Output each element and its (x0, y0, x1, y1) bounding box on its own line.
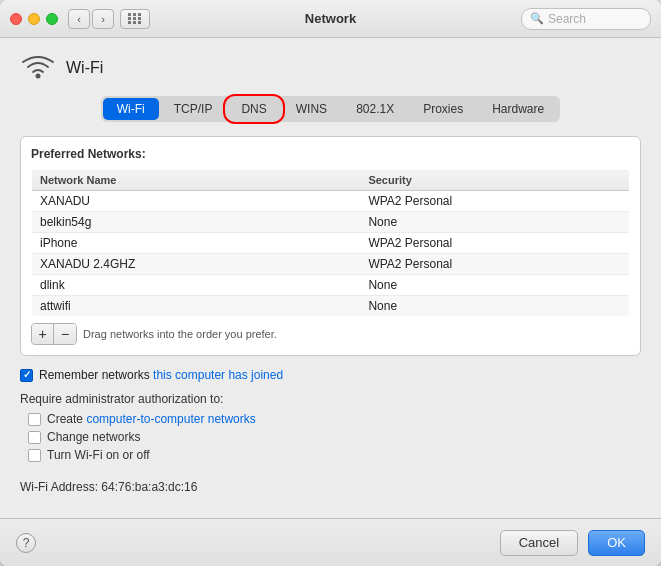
wifi-address-value: 64:76:ba:a3:dc:16 (101, 480, 197, 494)
add-network-button[interactable]: + (32, 324, 54, 344)
maximize-button[interactable] (46, 13, 58, 25)
search-placeholder: Search (548, 12, 586, 26)
network-name-cell: XANADU (32, 191, 361, 212)
add-remove-buttons: + − (31, 323, 77, 345)
security-cell: WPA2 Personal (360, 233, 629, 254)
security-cell: None (360, 275, 629, 296)
window-title: Network (305, 11, 356, 26)
tab-wins[interactable]: WINS (282, 98, 341, 120)
admin-option-create: Create computer-to-computer networks (20, 412, 641, 426)
search-box[interactable]: 🔍 Search (521, 8, 651, 30)
network-name-cell: belkin54g (32, 212, 361, 233)
drag-hint: Drag networks into the order you prefer. (83, 328, 277, 340)
remember-networks-row: ✓ Remember networks this computer has jo… (20, 368, 641, 382)
table-row[interactable]: dlinkNone (32, 275, 630, 296)
cancel-button[interactable]: Cancel (500, 530, 578, 556)
svg-point-0 (36, 74, 41, 79)
forward-button[interactable]: › (92, 9, 114, 29)
tab-proxies[interactable]: Proxies (409, 98, 477, 120)
table-row[interactable]: attwifiNone (32, 296, 630, 317)
table-row[interactable]: belkin54gNone (32, 212, 630, 233)
minimize-button[interactable] (28, 13, 40, 25)
wifi-address-row: Wi-Fi Address: 64:76:ba:a3:dc:16 (20, 480, 641, 494)
tabs: Wi-Fi TCP/IP DNS WINS 802.1X Proxies Har… (101, 96, 560, 122)
security-cell: None (360, 296, 629, 317)
table-row[interactable]: iPhoneWPA2 Personal (32, 233, 630, 254)
tabs-container: Wi-Fi TCP/IP DNS WINS 802.1X Proxies Har… (20, 96, 641, 122)
search-icon: 🔍 (530, 12, 544, 25)
admin-option-change: Change networks (20, 430, 641, 444)
tab-tcpip[interactable]: TCP/IP (160, 98, 227, 120)
grid-button[interactable] (120, 9, 150, 29)
remember-networks-label: Remember networks this computer has join… (39, 368, 283, 382)
col-network-name: Network Name (32, 170, 361, 191)
tab-hardware[interactable]: Hardware (478, 98, 558, 120)
checkmark-icon: ✓ (23, 370, 31, 380)
table-header-row: Network Name Security (32, 170, 630, 191)
window: ‹ › Network 🔍 Search (0, 0, 661, 566)
table-row[interactable]: XANADU 2.4GHZWPA2 Personal (32, 254, 630, 275)
bottom-bar: ? Cancel OK (0, 518, 661, 566)
admin-title: Require administrator authorization to: (20, 392, 641, 406)
security-cell: WPA2 Personal (360, 254, 629, 275)
close-button[interactable] (10, 13, 22, 25)
remember-networks-link[interactable]: this computer has joined (153, 368, 283, 382)
tab-8021x[interactable]: 802.1X (342, 98, 408, 120)
col-security: Security (360, 170, 629, 191)
network-name-cell: dlink (32, 275, 361, 296)
network-table: Network Name Security XANADUWPA2 Persona… (31, 169, 630, 317)
computer-to-computer-link[interactable]: computer-to-computer networks (86, 412, 255, 426)
wifi-header: Wi-Fi (20, 54, 641, 82)
admin-option-toggle: Turn Wi-Fi on or off (20, 448, 641, 462)
admin-section: Require administrator authorization to: … (20, 392, 641, 466)
tab-dns[interactable]: DNS (227, 98, 280, 120)
grid-icon (128, 13, 142, 24)
ok-button[interactable]: OK (588, 530, 645, 556)
preferred-networks-panel: Preferred Networks: Network Name Securit… (20, 136, 641, 356)
create-network-label: Create computer-to-computer networks (47, 412, 256, 426)
traffic-lights (10, 13, 58, 25)
wifi-address-label: Wi-Fi Address: (20, 480, 98, 494)
create-network-checkbox[interactable] (28, 413, 41, 426)
tab-wifi[interactable]: Wi-Fi (103, 98, 159, 120)
remember-networks-checkbox[interactable]: ✓ (20, 369, 33, 382)
back-button[interactable]: ‹ (68, 9, 90, 29)
preferred-networks-label: Preferred Networks: (31, 147, 630, 161)
nav-buttons: ‹ › (68, 9, 114, 29)
table-controls: + − Drag networks into the order you pre… (31, 323, 630, 345)
change-networks-label: Change networks (47, 430, 140, 444)
change-networks-checkbox[interactable] (28, 431, 41, 444)
security-cell: None (360, 212, 629, 233)
bottom-buttons: Cancel OK (500, 530, 645, 556)
wifi-icon (20, 54, 56, 82)
content-area: Wi-Fi Wi-Fi TCP/IP DNS WINS 802.1X Proxi… (0, 38, 661, 518)
toggle-wifi-label: Turn Wi-Fi on or off (47, 448, 150, 462)
toggle-wifi-checkbox[interactable] (28, 449, 41, 462)
help-button[interactable]: ? (16, 533, 36, 553)
remove-network-button[interactable]: − (54, 324, 76, 344)
wifi-label: Wi-Fi (66, 59, 103, 77)
network-name-cell: XANADU 2.4GHZ (32, 254, 361, 275)
titlebar: ‹ › Network 🔍 Search (0, 0, 661, 38)
network-name-cell: iPhone (32, 233, 361, 254)
network-name-cell: attwifi (32, 296, 361, 317)
table-row[interactable]: XANADUWPA2 Personal (32, 191, 630, 212)
security-cell: WPA2 Personal (360, 191, 629, 212)
